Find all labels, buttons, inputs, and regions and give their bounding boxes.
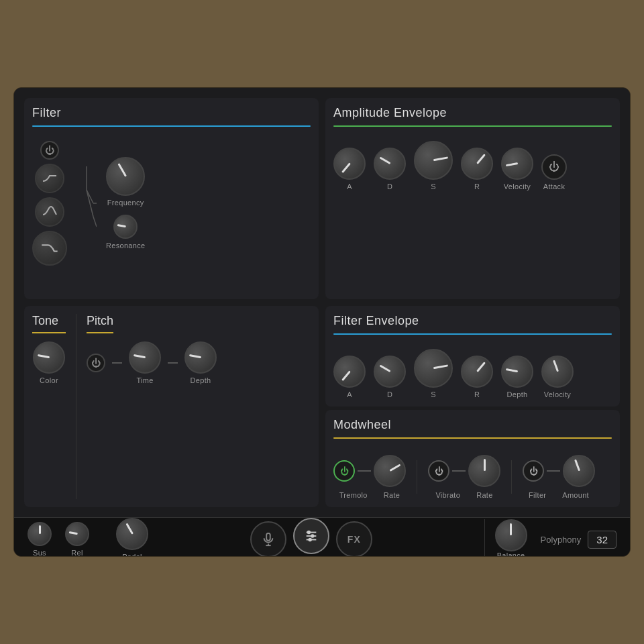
fenv-r-group: R — [461, 356, 493, 398]
amp-r-group: R — [461, 148, 493, 191]
pitch-time-label: Time — [136, 376, 153, 384]
tone-color-group: Color — [32, 341, 66, 384]
rel-knob[interactable] — [65, 522, 89, 546]
filter-mod-group: ⏻ Filter Amount — [523, 455, 595, 499]
amp-s-knob[interactable] — [414, 141, 453, 180]
mixer-nav-btn[interactable] — [293, 518, 329, 554]
svg-point-11 — [307, 531, 310, 534]
filter-amount-label: Amount — [562, 491, 589, 499]
fenv-d-knob[interactable] — [374, 356, 406, 388]
mic-nav-btn[interactable] — [250, 521, 286, 557]
svg-rect-5 — [266, 533, 270, 541]
vibrato-power-btn[interactable]: ⏻ — [428, 460, 449, 482]
tremolo-rate-label: Rate — [384, 491, 400, 499]
tremolo-rate-knob[interactable] — [374, 455, 406, 487]
sus-group: Sus — [28, 522, 52, 557]
pedal-group: Pedal — [116, 518, 148, 557]
amp-s-group: S — [414, 141, 453, 191]
plugin-container: Filter ⏻ — [13, 87, 631, 557]
fenv-r-label: R — [474, 390, 480, 398]
filter-shape-bp[interactable] — [35, 197, 64, 227]
modwheel-panel: Modwheel ⏻ Tremolo — [325, 410, 620, 507]
fenv-velocity-knob[interactable] — [541, 356, 574, 388]
vibrato-rate-knob[interactable] — [468, 455, 500, 487]
frequency-label: Frequency — [107, 199, 144, 207]
tone-pitch-panel: Tone Color Pitch ⏻ — [24, 306, 319, 507]
fenv-a-group: A — [333, 356, 366, 398]
resonance-knob[interactable] — [113, 215, 138, 239]
amp-d-label: D — [387, 182, 392, 191]
filter-amount-knob[interactable] — [563, 455, 595, 487]
fenv-a-label: A — [347, 390, 352, 398]
filter-envelope-title: Filter Envelope — [333, 314, 612, 328]
amplitude-line — [333, 125, 612, 127]
pedal-knob[interactable] — [116, 518, 148, 550]
tremolo-title-label: Tremolo — [339, 491, 368, 499]
filter-line — [32, 125, 311, 127]
pitch-time-knob[interactable] — [129, 341, 161, 374]
amp-attack-label: Attack — [543, 182, 565, 191]
rel-group: Rel — [65, 522, 89, 557]
filter-envelope-knobs: A D S R Dept — [333, 345, 612, 398]
amp-s-label: S — [431, 182, 436, 191]
filter-title: Filter — [32, 106, 311, 120]
amp-vel-label: Velocity — [504, 182, 531, 191]
filter-shape-hp[interactable] — [35, 164, 64, 193]
svg-line-2 — [87, 190, 93, 217]
filter-envelope-line — [333, 333, 612, 335]
filter-knobs: Frequency Resonance — [106, 157, 145, 250]
pedal-label: Pedal — [122, 553, 142, 557]
fenv-a-knob[interactable] — [333, 356, 366, 388]
filter-envelope-panel: Filter Envelope A D S — [325, 306, 620, 407]
tremolo-connector — [358, 470, 371, 472]
amp-power-btn[interactable]: ⏻ — [541, 154, 567, 180]
pitch-connector2 — [168, 362, 178, 364]
pitch-power-btn[interactable]: ⏻ — [87, 354, 105, 372]
modwheel-title: Modwheel — [333, 418, 612, 432]
amp-d-group: D — [374, 148, 406, 191]
frequency-knob[interactable] — [106, 157, 145, 196]
tremolo-power-btn[interactable]: ⏻ — [333, 460, 355, 482]
bottom-bar: Sus Rel Pedal — [14, 517, 630, 557]
amp-r-knob[interactable] — [461, 148, 493, 180]
filter-mod-connector — [547, 470, 560, 472]
amp-a-knob[interactable] — [333, 148, 366, 180]
tone-line — [32, 332, 66, 333]
amplitude-envelope-panel: Amplitude Envelope A D S R — [325, 98, 620, 299]
sus-knob[interactable] — [28, 522, 52, 546]
filter-power-btn[interactable]: ⏻ — [40, 141, 59, 160]
tone-title: Tone — [32, 314, 66, 328]
fenv-r-knob[interactable] — [461, 356, 493, 388]
pitch-knobs: ⏻ Time D — [87, 341, 311, 384]
fenv-depth-group: Depth — [501, 356, 533, 398]
fenv-s-knob[interactable] — [414, 349, 453, 388]
balance-section: Balance — [495, 519, 527, 557]
main-area: Filter ⏻ — [14, 88, 630, 517]
rel-label: Rel — [71, 549, 83, 557]
filter-mod-title-label: Filter — [529, 491, 546, 499]
filter-mod-power-btn[interactable]: ⏻ — [523, 460, 544, 482]
svg-point-13 — [309, 539, 311, 541]
modwheel-line — [333, 437, 612, 439]
vibrato-connector — [452, 470, 466, 472]
polyphony-value[interactable]: 32 — [588, 531, 616, 549]
fenv-depth-knob[interactable] — [501, 356, 533, 388]
tone-color-knob[interactable] — [33, 341, 65, 374]
pitch-title: Pitch — [87, 314, 311, 328]
pitch-time-group: Time — [129, 341, 161, 384]
balance-knob[interactable] — [495, 519, 527, 551]
svg-line-4 — [93, 217, 97, 227]
amp-vel-group: Velocity — [501, 148, 533, 191]
amp-r-label: R — [474, 182, 480, 191]
amp-velocity-knob[interactable] — [501, 148, 533, 180]
pitch-depth-knob[interactable] — [184, 341, 217, 374]
pitch-depth-label: Depth — [191, 376, 211, 384]
tremolo-group: ⏻ Tremolo Rate — [333, 455, 406, 499]
filter-shape-lp[interactable] — [32, 231, 67, 266]
pitch-section: Pitch ⏻ Time — [76, 314, 311, 499]
filter-content: ⏻ — [32, 138, 311, 266]
fx-nav-btn[interactable]: FX — [336, 521, 372, 557]
sus-label: Sus — [33, 549, 46, 557]
amp-d-knob[interactable] — [374, 148, 406, 180]
pitch-depth-group: Depth — [184, 341, 217, 384]
